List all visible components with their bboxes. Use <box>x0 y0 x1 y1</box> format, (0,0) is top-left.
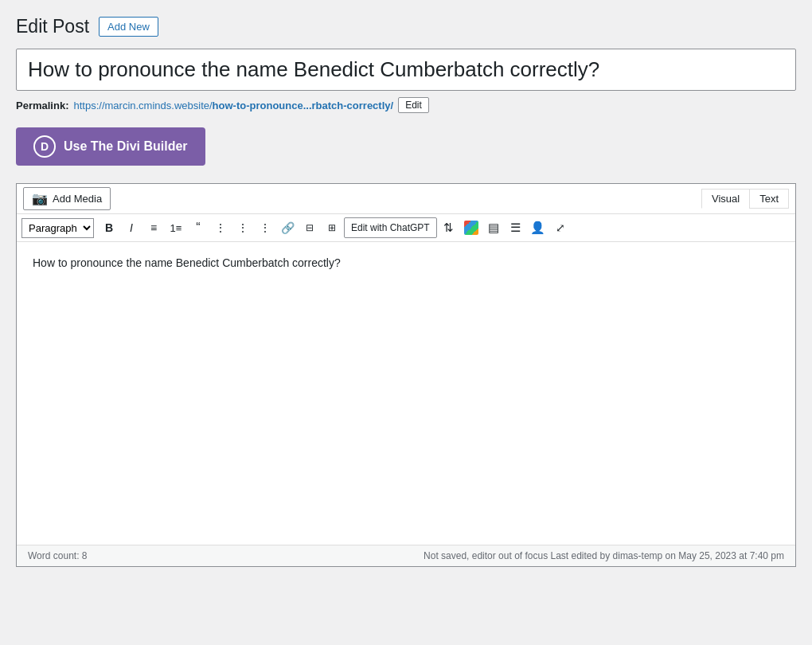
bold-icon: B <box>105 221 113 234</box>
permalink-slug: how-to-pronounce...rbatch-correctly/ <box>213 100 394 111</box>
ol-icon: 1≡ <box>170 222 182 234</box>
ordered-list-button[interactable]: 1≡ <box>166 217 186 238</box>
divi-builder-label: Use The Divi Builder <box>64 139 188 154</box>
add-media-icon: 📷 <box>32 191 48 206</box>
add-media-label: Add Media <box>53 193 102 205</box>
post-title-input[interactable] <box>17 49 795 90</box>
blockquote-button[interactable]: “ <box>188 217 209 238</box>
unlink-icon: ⊟ <box>306 222 314 233</box>
word-count-label: Word count: <box>28 550 79 561</box>
add-media-button[interactable]: 📷 Add Media <box>23 187 111 210</box>
editor-toolbar: Paragraph B I ≡ 1≡ “ ⋮ ⋮ <box>17 214 795 242</box>
table-icon: ⊞ <box>328 222 336 233</box>
align-left-icon: ⋮ <box>215 221 226 234</box>
post-title-box <box>16 49 796 91</box>
page-title: Edit Post <box>16 16 89 37</box>
word-count-value: 8 <box>82 550 88 561</box>
layout-icon: ▤ <box>488 221 499 235</box>
lines-icon: ☰ <box>510 221 521 235</box>
unlink-button[interactable]: ⊟ <box>299 217 320 238</box>
bold-button[interactable]: B <box>99 217 119 238</box>
editor-top-bar: 📷 Add Media Visual Text <box>17 184 795 214</box>
italic-icon: I <box>130 221 133 234</box>
toolbar-extra-3[interactable]: ▤ <box>483 217 504 238</box>
tab-text[interactable]: Text <box>749 189 789 209</box>
permalink-url[interactable]: https://marcin.cminds.website/how-to-pro… <box>73 100 393 111</box>
divi-icon: D <box>33 135 56 158</box>
word-count: Word count: 8 <box>28 550 88 561</box>
person-icon: 👤 <box>530 221 545 235</box>
italic-button[interactable]: I <box>121 217 142 238</box>
fullscreen-icon: ⤢ <box>556 221 565 234</box>
editor-footer: Word count: 8 Not saved, editor out of f… <box>17 545 795 566</box>
page-header: Edit Post Add New <box>16 16 796 37</box>
chatgpt-button[interactable]: Edit with ChatGPT <box>344 217 437 238</box>
editor-status: Not saved, editor out of focus Last edit… <box>424 550 784 561</box>
blockquote-icon: “ <box>196 221 200 235</box>
align-right-button[interactable]: ⋮ <box>255 217 275 238</box>
move-icon: ⇅ <box>443 221 454 235</box>
divi-builder-button[interactable]: D Use The Divi Builder <box>16 127 205 166</box>
paragraph-select[interactable]: Paragraph <box>21 218 94 238</box>
link-icon: 🔗 <box>281 221 295 234</box>
toolbar-extra-1[interactable]: ⇅ <box>439 217 459 238</box>
align-left-button[interactable]: ⋮ <box>210 217 231 238</box>
table-button[interactable]: ⊞ <box>322 217 342 238</box>
colorful-icon <box>464 221 478 235</box>
unordered-list-button[interactable]: ≡ <box>143 217 164 238</box>
link-button[interactable]: 🔗 <box>277 217 298 238</box>
fullscreen-button[interactable]: ⤢ <box>550 217 571 238</box>
toolbar-extra-4[interactable]: ☰ <box>506 217 526 238</box>
editor-body[interactable]: How to pronounce the name Benedict Cumbe… <box>17 242 795 545</box>
align-right-icon: ⋮ <box>260 221 271 234</box>
toolbar-extra-5[interactable]: 👤 <box>528 217 548 238</box>
permalink-label: Permalink: <box>16 100 68 111</box>
toolbar-extra-2[interactable] <box>461 217 482 238</box>
tab-visual[interactable]: Visual <box>701 189 749 209</box>
edit-slug-button[interactable]: Edit <box>398 97 429 113</box>
align-center-button[interactable]: ⋮ <box>232 217 253 238</box>
ul-icon: ≡ <box>150 221 157 234</box>
align-center-icon: ⋮ <box>237 221 248 234</box>
permalink-row: Permalink: https://marcin.cminds.website… <box>16 97 796 113</box>
editor-container: 📷 Add Media Visual Text Paragraph B I ≡ <box>16 183 796 567</box>
add-new-button[interactable]: Add New <box>99 17 158 37</box>
editor-content: How to pronounce the name Benedict Cumbe… <box>33 256 341 269</box>
permalink-base: https://marcin.cminds.website/ <box>73 100 212 111</box>
view-tabs: Visual Text <box>701 189 789 209</box>
